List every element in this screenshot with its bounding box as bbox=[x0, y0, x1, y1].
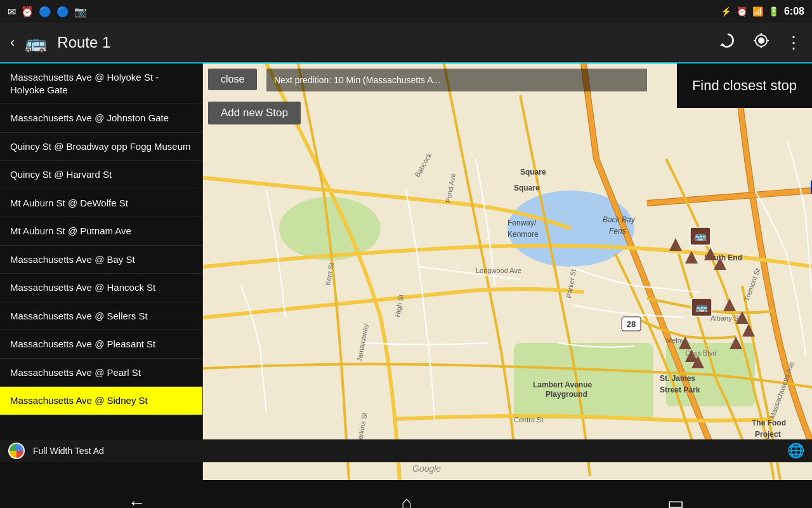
svg-text:Fenway/: Fenway/ bbox=[508, 218, 537, 227]
status-icons-right: ⚡ ⏰ 📶 🔋 6:08 bbox=[721, 6, 804, 17]
app-icon-2: 🔵 bbox=[56, 6, 69, 18]
status-bar: ✉ ⏰ 🔵 🔵 📷 ⚡ ⏰ 📶 🔋 6:08 bbox=[0, 0, 812, 23]
alarm-icon: ⏰ bbox=[21, 6, 34, 18]
svg-text:Albany St: Albany St bbox=[710, 314, 740, 322]
add-new-stop-button[interactable]: Add new Stop bbox=[208, 102, 301, 124]
svg-text:St. James: St. James bbox=[660, 374, 695, 383]
svg-point-1 bbox=[758, 37, 764, 44]
svg-text:🚌: 🚌 bbox=[694, 230, 707, 242]
stop-item[interactable]: Mt Auburn St @ DeWolfe St bbox=[0, 189, 202, 218]
find-closest-stop-button[interactable]: Find closest stop bbox=[677, 64, 812, 108]
stop-item[interactable]: Massachusetts Ave @ Johnston Gate bbox=[0, 104, 202, 133]
my-location-button[interactable] bbox=[752, 32, 770, 54]
stop-item[interactable]: Mt Auburn St @ Putnam Ave bbox=[0, 217, 202, 246]
svg-text:Square: Square bbox=[520, 168, 546, 177]
ad-bar[interactable]: Full Width Test Ad 🌐 bbox=[0, 439, 812, 462]
svg-text:Project: Project bbox=[755, 430, 781, 439]
next-prediction-label: Next predition: 10 Min (Massachusetts A.… bbox=[266, 69, 647, 91]
svg-text:Street Park: Street Park bbox=[660, 385, 700, 394]
svg-text:28: 28 bbox=[627, 319, 636, 329]
title-bar: ‹ 🚌 Route 1 ⋮ bbox=[0, 23, 812, 64]
stop-item[interactable]: Quincy St @ Harvard St bbox=[0, 161, 202, 189]
close-button[interactable]: close bbox=[208, 69, 257, 90]
refresh-button[interactable] bbox=[719, 32, 737, 54]
svg-text:🚌: 🚌 bbox=[695, 301, 708, 313]
stop-item[interactable]: Massachusetts Ave @ Sidney St bbox=[0, 387, 202, 415]
app-icon-1: 🔵 bbox=[39, 6, 51, 18]
more-options-button[interactable]: ⋮ bbox=[785, 33, 802, 53]
battery-icon: 🔋 bbox=[768, 6, 779, 17]
home-nav-button[interactable]: ⌂ bbox=[402, 493, 412, 508]
map-area[interactable]: Square Square Fenway/ Kenmore Back Bay F… bbox=[203, 64, 812, 480]
ad-text: Full Width Test Ad bbox=[33, 446, 104, 456]
bus-icon: 🚌 bbox=[25, 32, 47, 53]
stop-item[interactable]: Massachusetts Ave @ Hancock St bbox=[0, 274, 202, 302]
main-content: Massachusetts Ave @ Holyoke St - Holyoke… bbox=[0, 64, 812, 480]
svg-text:Lambert Avenue: Lambert Avenue bbox=[533, 380, 592, 389]
svg-text:Square: Square bbox=[514, 184, 540, 192]
time-display: 6:08 bbox=[784, 6, 804, 17]
ad-logo-icon bbox=[8, 442, 25, 460]
recents-nav-button[interactable]: ▭ bbox=[667, 493, 684, 509]
status-icons-left: ✉ ⏰ 🔵 🔵 📷 bbox=[8, 6, 87, 18]
svg-text:Google: Google bbox=[412, 464, 441, 474]
map-canvas: Square Square Fenway/ Kenmore Back Bay F… bbox=[203, 64, 812, 480]
svg-text:Fens: Fens bbox=[609, 227, 626, 236]
bottom-nav-bar: ← ⌂ ▭ bbox=[0, 480, 812, 508]
title-bar-left: ‹ 🚌 Route 1 bbox=[10, 32, 719, 53]
svg-text:Longwood Ave: Longwood Ave bbox=[476, 267, 521, 274]
svg-marker-0 bbox=[720, 43, 725, 46]
back-arrow-icon[interactable]: ‹ bbox=[10, 34, 15, 51]
clock-icon: ⏰ bbox=[737, 6, 747, 17]
svg-text:Kenmore: Kenmore bbox=[508, 230, 539, 239]
svg-text:Playground: Playground bbox=[546, 390, 587, 399]
back-nav-button[interactable]: ← bbox=[128, 493, 146, 508]
camera-icon: 📷 bbox=[74, 6, 87, 18]
stop-item[interactable]: Massachusetts Ave @ Pleasant St bbox=[0, 330, 202, 359]
stop-item[interactable]: Quincy St @ Broadway opp Fogg Museum bbox=[0, 133, 202, 161]
stop-item[interactable]: Massachusetts Ave @ Sellers St bbox=[0, 302, 202, 331]
svg-text:Centre St: Centre St bbox=[514, 416, 543, 424]
gmail-icon: ✉ bbox=[8, 6, 16, 18]
title-bar-right: ⋮ bbox=[719, 32, 802, 54]
bluetooth-icon: ⚡ bbox=[721, 6, 731, 17]
stop-list[interactable]: Massachusetts Ave @ Holyoke St - Holyoke… bbox=[0, 64, 203, 480]
stop-item[interactable]: Massachusetts Ave @ Holyoke St - Holyoke… bbox=[0, 64, 202, 104]
page-title: Route 1 bbox=[57, 34, 110, 51]
svg-text:Back Bay: Back Bay bbox=[603, 215, 636, 224]
stop-item[interactable]: Massachusetts Ave @ Pearl St bbox=[0, 359, 202, 387]
svg-text:The Food: The Food bbox=[752, 418, 786, 427]
globe-icon: 🌐 bbox=[787, 443, 804, 459]
stop-item[interactable]: Massachusetts Ave @ Bay St bbox=[0, 246, 202, 274]
wifi-icon: 📶 bbox=[752, 6, 763, 17]
